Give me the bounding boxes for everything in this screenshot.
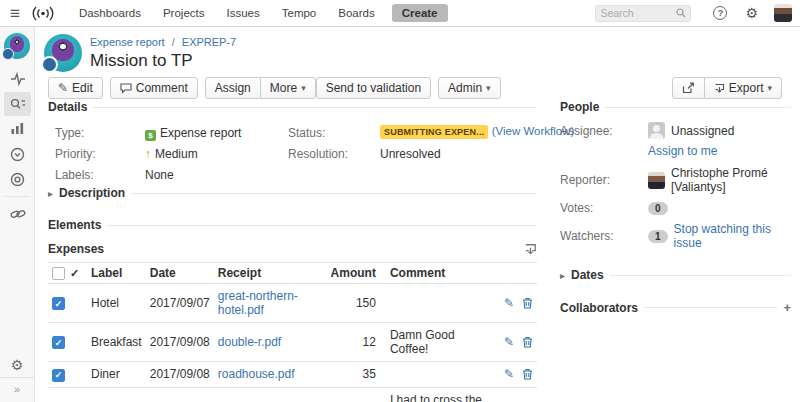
table-header-row: ✓ Label Date Receipt Amount Comment (48, 263, 537, 284)
people-heading: People (560, 100, 599, 114)
reports-chart-icon[interactable] (0, 117, 35, 141)
priority-label: Priority: (55, 147, 96, 161)
expense-date: 2017/09/08 (146, 362, 214, 388)
labels-label: Labels: (55, 168, 94, 182)
project-avatar-small[interactable] (4, 33, 30, 59)
col-label: Label (87, 263, 146, 284)
col-date: Date (146, 263, 214, 284)
assign-button[interactable]: Assign (205, 77, 261, 99)
watchers-label: Watchers: (560, 229, 648, 243)
expense-label: Diner (87, 362, 146, 388)
details-fields: Type: $Expense report Priority: ↑Medium … (48, 122, 537, 180)
nav-projects[interactable]: Projects (163, 7, 205, 19)
issue-search-icon[interactable] (4, 92, 31, 116)
receipt-link[interactable]: great-northern-hotel.pdf (218, 289, 298, 317)
sidebar-settings-gear-icon[interactable]: ⚙ (0, 353, 34, 377)
stop-watching-link[interactable]: Stop watching this issue (674, 222, 791, 250)
delete-row-icon[interactable] (522, 368, 533, 380)
breadcrumb-project-link[interactable]: Expense report (90, 36, 165, 48)
dates-section-header[interactable]: ▸ Dates (560, 268, 791, 282)
collaborators-heading: Collaborators (560, 301, 638, 315)
edit-button[interactable]: ✎ Edit (48, 77, 103, 99)
edit-row-icon[interactable]: ✎ (504, 367, 514, 381)
chevron-right-icon: ▸ (48, 188, 53, 199)
send-to-validation-button[interactable]: Send to validation (316, 77, 431, 99)
chevron-down-icon: ▾ (301, 83, 306, 93)
table-row: Diner 2017/09/08 roadhouse.pdf 35 ✎ (48, 362, 537, 388)
expense-label: Hotel (87, 284, 146, 323)
export-icon (714, 83, 725, 94)
nav-dashboards[interactable]: Dashboards (79, 7, 141, 19)
edit-row-icon[interactable]: ✎ (504, 335, 514, 349)
expense-checkbox-0[interactable] (52, 297, 65, 310)
chevron-down-icon: ▾ (767, 83, 772, 93)
hamburger-menu-icon[interactable]: ≡ (10, 5, 20, 22)
search-input[interactable] (600, 7, 676, 19)
share-icon (682, 82, 695, 94)
expense-amount: 35 (327, 362, 386, 388)
share-button[interactable] (672, 77, 705, 99)
page-title: Mission to TP (90, 51, 193, 71)
expense-amount: 150 (327, 284, 386, 323)
expenses-table: ✓ Label Date Receipt Amount Comment Hote… (48, 262, 537, 402)
votes-count-badge[interactable]: 0 (648, 202, 668, 215)
delete-row-icon[interactable] (522, 336, 533, 348)
votes-label: Votes: (560, 201, 648, 215)
delete-row-icon[interactable] (522, 297, 533, 309)
select-all-checkbox[interactable] (52, 267, 65, 280)
expense-comment: I had to cross the border, but worth it! (386, 387, 493, 402)
edit-row-icon[interactable]: ✎ (504, 296, 514, 310)
status-badge[interactable]: SUBMITTING EXPEN... (380, 125, 488, 139)
type-label: Type: (55, 126, 84, 140)
receipt-link[interactable]: roadhouse.pdf (218, 367, 295, 381)
project-sidebar: ⚙ » (0, 27, 35, 402)
more-dropdown-button[interactable]: More ▾ (261, 77, 316, 99)
nav-tempo[interactable]: Tempo (282, 7, 317, 19)
main-column: Details Type: $Expense report Priority: … (48, 100, 537, 402)
nav-issues[interactable]: Issues (226, 7, 259, 19)
pencil-icon: ✎ (58, 81, 68, 95)
user-profile-avatar[interactable] (774, 4, 792, 22)
breadcrumb-issue-key-link[interactable]: EXPREP-7 (182, 36, 236, 48)
create-button[interactable]: Create (392, 4, 448, 22)
comment-button[interactable]: Comment (110, 77, 198, 99)
receipt-link[interactable]: double-r.pdf (218, 335, 281, 349)
expense-comment: Damn Good Coffee! (386, 323, 493, 362)
chevron-down-icon: ▾ (486, 83, 491, 93)
assign-to-me-link[interactable]: Assign to me (648, 144, 717, 158)
add-collaborator-icon[interactable]: + (783, 300, 791, 315)
description-section-header[interactable]: ▸ Description (48, 186, 537, 200)
expenses-header: Expenses (48, 242, 537, 256)
expense-checkbox-1[interactable] (52, 336, 65, 349)
table-row: Hotel 2017/09/07 great-northern-hotel.pd… (48, 284, 537, 323)
sidebar-expand-icon[interactable]: » (0, 377, 34, 402)
export-table-icon[interactable] (524, 243, 537, 256)
settings-gear-icon[interactable]: ⚙ (745, 6, 758, 20)
quick-search[interactable] (595, 5, 691, 22)
help-icon[interactable]: ? (713, 6, 727, 20)
status-label: Status: (288, 126, 325, 140)
nav-boards[interactable]: Boards (338, 7, 374, 19)
right-column: People Assignee: Unassigned Assign to me… (560, 100, 791, 323)
col-receipt: Receipt (214, 263, 327, 284)
table-row: Casino 2017/09/09 one-eyed-jack.pdf 120 … (48, 387, 537, 402)
watchers-field: Watchers: 1 Stop watching this issue (560, 222, 791, 250)
export-dropdown-button[interactable]: Export ▾ (705, 77, 782, 99)
history-clock-icon[interactable] (0, 142, 35, 166)
app-logo-icon[interactable] (30, 6, 56, 21)
assignee-value: Unassigned (671, 124, 734, 138)
reporter-avatar[interactable] (648, 172, 665, 189)
activity-icon[interactable] (0, 67, 35, 91)
expense-label: Breakfast (87, 323, 146, 362)
breadcrumb-separator: / (172, 36, 175, 48)
links-chain-icon[interactable] (0, 202, 35, 226)
assignee-label: Assignee: (560, 124, 648, 138)
expense-comment (386, 362, 493, 388)
expense-checkbox-2[interactable] (52, 369, 65, 382)
releases-target-icon[interactable] (0, 167, 35, 191)
watchers-count-badge[interactable]: 1 (648, 230, 668, 243)
admin-dropdown-button[interactable]: Admin ▾ (438, 77, 501, 99)
expense-date: 2017/09/09 (146, 387, 214, 402)
elements-heading: Elements (48, 218, 101, 232)
details-heading: Details (48, 100, 87, 114)
